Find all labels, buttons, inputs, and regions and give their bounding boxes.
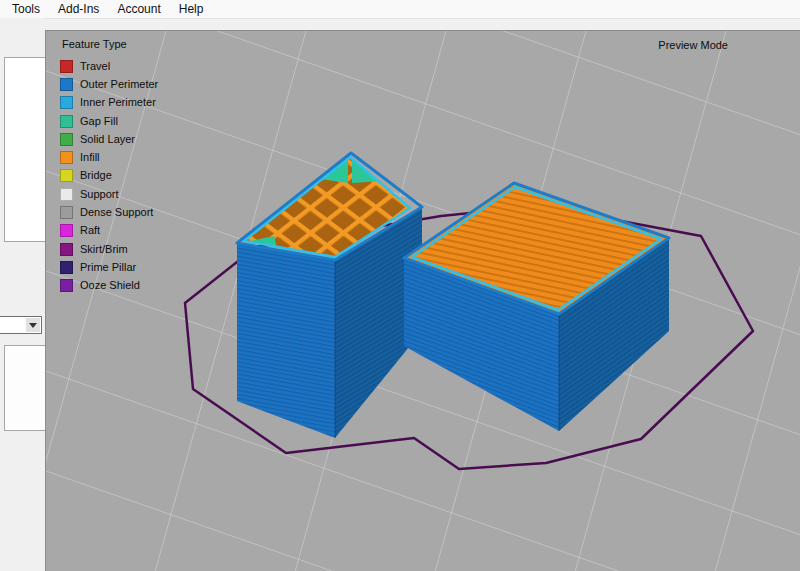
legend-item-support[interactable]: Support — [60, 185, 158, 203]
menu-add-ins[interactable]: Add-Ins — [49, 1, 108, 17]
sidebar-listbox[interactable] — [4, 57, 45, 242]
legend-label: Outer Perimeter — [80, 79, 158, 90]
gap-fill-swatch — [60, 115, 73, 128]
raft-swatch — [60, 224, 73, 237]
legend-label: Dense Support — [80, 207, 153, 218]
legend-label: Bridge — [80, 170, 112, 181]
bridge-swatch — [60, 169, 73, 182]
legend-label: Skirt/Brim — [80, 244, 128, 255]
legend-label: Ooze Shield — [80, 280, 140, 291]
legend-label: Raft — [80, 225, 100, 236]
travel-swatch — [60, 60, 73, 73]
legend-item-raft[interactable]: Raft — [60, 222, 158, 240]
legend-label: Infill — [80, 152, 100, 163]
legend-item-prime-pillar[interactable]: Prime Pillar — [60, 258, 158, 276]
legend-label: Gap Fill — [80, 116, 118, 127]
legend-item-inner-perimeter[interactable]: Inner Perimeter — [60, 94, 158, 112]
legend-label: Support — [80, 189, 119, 200]
menu-tools[interactable]: Tools — [3, 1, 49, 17]
prime-pillar-swatch — [60, 261, 73, 274]
legend-label: Solid Layer — [80, 134, 135, 145]
legend-item-bridge[interactable]: Bridge — [60, 167, 158, 185]
sidebar-dropdown[interactable] — [0, 316, 42, 334]
dropdown-button[interactable] — [26, 318, 40, 332]
settings-sidebar-clipped — [0, 18, 45, 571]
preview-viewport[interactable]: Feature Type Travel Outer Perimeter Inne… — [45, 30, 800, 571]
legend-label: Travel — [80, 61, 110, 72]
legend-item-travel[interactable]: Travel — [60, 57, 158, 75]
legend-label: Prime Pillar — [80, 262, 136, 273]
legend-label: Inner Perimeter — [80, 97, 156, 108]
menu-account[interactable]: Account — [108, 1, 169, 17]
outer-perimeter-swatch — [60, 78, 73, 91]
legend-item-dense-support[interactable]: Dense Support — [60, 203, 158, 221]
menu-bar: Tools Add-Ins Account Help — [0, 0, 800, 19]
ooze-shield-swatch — [60, 279, 73, 292]
feature-type-legend: Feature Type Travel Outer Perimeter Inne… — [60, 39, 158, 295]
legend-item-skirt-brim[interactable]: Skirt/Brim — [60, 240, 158, 258]
dense-support-swatch — [60, 206, 73, 219]
legend-item-infill[interactable]: Infill — [60, 148, 158, 166]
infill-swatch — [60, 151, 73, 164]
support-swatch — [60, 188, 73, 201]
sidebar-panel[interactable] — [4, 345, 45, 431]
skirt-brim-swatch — [60, 243, 73, 256]
legend-item-outer-perimeter[interactable]: Outer Perimeter — [60, 75, 158, 93]
chevron-down-icon — [29, 323, 37, 328]
legend-title: Feature Type — [62, 39, 158, 50]
preview-mode-label: Preview Mode — [658, 39, 728, 51]
legend-item-gap-fill[interactable]: Gap Fill — [60, 112, 158, 130]
menu-help[interactable]: Help — [170, 1, 213, 17]
inner-perimeter-swatch — [60, 96, 73, 109]
solid-layer-swatch — [60, 133, 73, 146]
legend-item-solid-layer[interactable]: Solid Layer — [60, 130, 158, 148]
preview-scene[interactable] — [46, 31, 800, 571]
legend-item-ooze-shield[interactable]: Ooze Shield — [60, 277, 158, 295]
